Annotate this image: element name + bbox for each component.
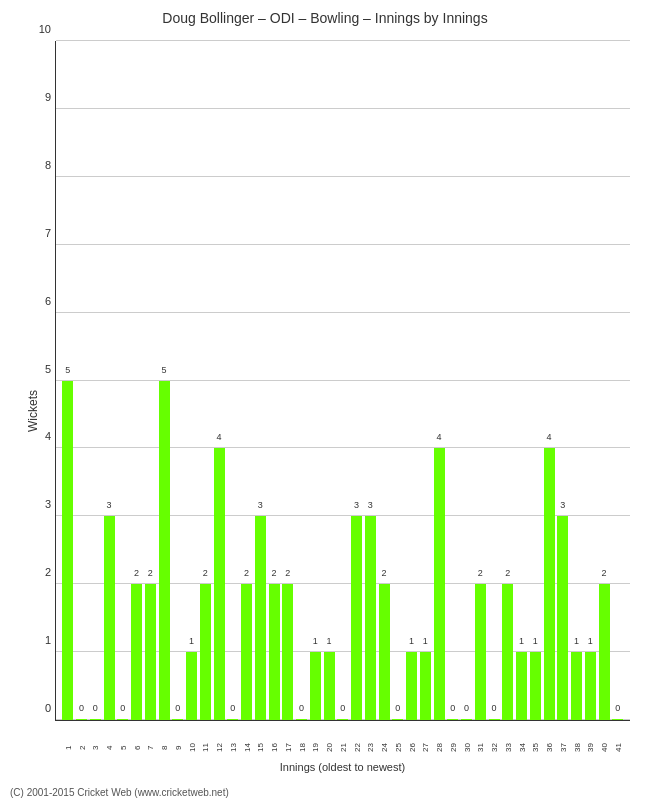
y-tick-label: 3 [45, 498, 56, 510]
bar-group: 032 [487, 41, 501, 720]
bar-value-label: 3 [368, 500, 373, 510]
bar-value-label: 0 [93, 703, 98, 713]
y-tick-label: 8 [45, 159, 56, 171]
bar-group: 127 [419, 41, 433, 720]
bar-group: 216 [267, 41, 281, 720]
y-tick-label: 2 [45, 566, 56, 578]
bar-value-label: 1 [588, 636, 593, 646]
bar: 4 [544, 448, 555, 720]
chart-title: Doug Bollinger – ODI – Bowling – Innings… [0, 0, 650, 31]
bar-value-label: 2 [203, 568, 208, 578]
bar: 2 [282, 584, 293, 720]
bar-value-label: 3 [258, 500, 263, 510]
bar-value-label: 1 [533, 636, 538, 646]
bar: 2 [502, 584, 513, 720]
bar-value-label: 1 [574, 636, 579, 646]
y-tick-label: 10 [39, 23, 56, 35]
bar: 1 [585, 652, 596, 720]
bar-group: 233 [501, 41, 515, 720]
bar: 2 [599, 584, 610, 720]
bar-group: 428 [432, 41, 446, 720]
bar-value-label: 5 [162, 365, 167, 375]
bar-group: 018 [295, 41, 309, 720]
bar-value-label: 5 [65, 365, 70, 375]
y-tick-label: 9 [45, 91, 56, 103]
bar: 4 [434, 448, 445, 720]
bar-group: 030 [460, 41, 474, 720]
y-tick-label: 7 [45, 227, 56, 239]
bar: 1 [420, 652, 431, 720]
bar: 3 [255, 516, 266, 720]
bar-value-label: 0 [299, 703, 304, 713]
bar-group: 139 [584, 41, 598, 720]
bar: 2 [241, 584, 252, 720]
bar-value-label: 2 [505, 568, 510, 578]
bar-group: 51 [61, 41, 75, 720]
bar-group: 322 [350, 41, 364, 720]
y-tick-label: 5 [45, 363, 56, 375]
bar-group: 58 [157, 41, 171, 720]
bar: 2 [269, 584, 280, 720]
bar-group: 029 [446, 41, 460, 720]
y-tick-label: 0 [45, 702, 56, 714]
bar-value-label: 1 [423, 636, 428, 646]
bar: 0 [461, 719, 472, 720]
bar: 1 [516, 652, 527, 720]
bar: 2 [379, 584, 390, 720]
bar-group: 240 [597, 41, 611, 720]
bar: 0 [447, 719, 458, 720]
bar-group: 412 [212, 41, 226, 720]
bar-group: 214 [240, 41, 254, 720]
bar: 1 [310, 652, 321, 720]
bar-group: 315 [254, 41, 268, 720]
bar-group: 323 [364, 41, 378, 720]
bar: 5 [62, 381, 73, 721]
bar-value-label: 1 [409, 636, 414, 646]
bar-value-label: 2 [148, 568, 153, 578]
bar-group: 025 [391, 41, 405, 720]
bar: 2 [131, 584, 142, 720]
bar-value-label: 4 [437, 432, 442, 442]
bar: 5 [159, 381, 170, 721]
bar-group: 26 [130, 41, 144, 720]
bar-value-label: 1 [327, 636, 332, 646]
bar-value-label: 3 [107, 500, 112, 510]
bar-group: 120 [322, 41, 336, 720]
bar: 3 [104, 516, 115, 720]
bar-group: 337 [556, 41, 570, 720]
bar-value-label: 1 [189, 636, 194, 646]
bar: 3 [557, 516, 568, 720]
bar-group: 27 [144, 41, 158, 720]
bar-group: 041 [611, 41, 625, 720]
bar-group: 224 [377, 41, 391, 720]
x-axis-label: Innings (oldest to newest) [55, 761, 630, 773]
bar: 0 [227, 719, 238, 720]
bar-group: 34 [102, 41, 116, 720]
bar-value-label: 0 [450, 703, 455, 713]
y-axis-label: Wickets [26, 390, 40, 432]
bar: 0 [337, 719, 348, 720]
bar: 0 [612, 719, 623, 720]
bar-value-label: 2 [602, 568, 607, 578]
bar-group: 126 [405, 41, 419, 720]
bar: 3 [365, 516, 376, 720]
bar-group: 013 [226, 41, 240, 720]
bar-group: 436 [542, 41, 556, 720]
bar-value-label: 0 [230, 703, 235, 713]
bar-group: 09 [171, 41, 185, 720]
bar: 0 [172, 719, 183, 720]
bar-group: 119 [309, 41, 323, 720]
bar: 2 [145, 584, 156, 720]
bar-value-label: 2 [382, 568, 387, 578]
bars-container: 5102033405262758091102114120132143152162… [56, 41, 630, 720]
bar-group: 211 [199, 41, 213, 720]
bar-group: 110 [185, 41, 199, 720]
bar: 1 [406, 652, 417, 720]
bar: 1 [324, 652, 335, 720]
bar-value-label: 0 [464, 703, 469, 713]
bar-group: 217 [281, 41, 295, 720]
bar-value-label: 0 [340, 703, 345, 713]
bar: 2 [200, 584, 211, 720]
y-tick-label: 1 [45, 634, 56, 646]
bar-group: 05 [116, 41, 130, 720]
